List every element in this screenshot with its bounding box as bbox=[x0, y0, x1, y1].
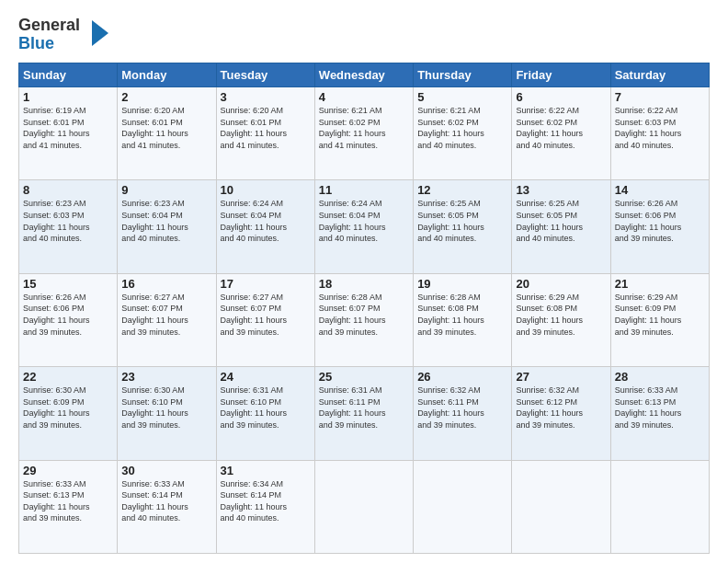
day-cell: 24Sunrise: 6:31 AM Sunset: 6:10 PM Dayli… bbox=[216, 367, 314, 460]
day-number: 30 bbox=[121, 464, 211, 477]
day-number: 5 bbox=[417, 90, 507, 104]
day-info: Sunrise: 6:25 AM Sunset: 6:05 PM Dayligh… bbox=[417, 198, 507, 244]
logo-blue: Blue bbox=[18, 35, 101, 53]
logo-graphic: General Blue bbox=[18, 17, 101, 55]
day-info: Sunrise: 6:32 AM Sunset: 6:12 PM Dayligh… bbox=[516, 385, 606, 431]
weekday-friday: Friday bbox=[512, 63, 610, 87]
header: General Blue bbox=[18, 17, 710, 55]
day-number: 13 bbox=[516, 183, 606, 197]
day-cell: 16Sunrise: 6:27 AM Sunset: 6:07 PM Dayli… bbox=[118, 273, 216, 366]
day-info: Sunrise: 6:31 AM Sunset: 6:11 PM Dayligh… bbox=[319, 385, 409, 431]
day-cell: 4Sunrise: 6:21 AM Sunset: 6:02 PM Daylig… bbox=[314, 87, 413, 180]
weekday-tuesday: Tuesday bbox=[216, 63, 314, 87]
day-cell bbox=[314, 460, 413, 553]
day-info: Sunrise: 6:29 AM Sunset: 6:09 PM Dayligh… bbox=[615, 292, 705, 338]
day-number: 21 bbox=[615, 277, 705, 291]
week-row-2: 8Sunrise: 6:23 AM Sunset: 6:03 PM Daylig… bbox=[19, 180, 710, 273]
day-cell: 31Sunrise: 6:34 AM Sunset: 6:14 PM Dayli… bbox=[216, 460, 314, 553]
day-info: Sunrise: 6:34 AM Sunset: 6:14 PM Dayligh… bbox=[221, 478, 311, 524]
week-row-5: 29Sunrise: 6:33 AM Sunset: 6:13 PM Dayli… bbox=[19, 460, 710, 553]
calendar: SundayMondayTuesdayWednesdayThursdayFrid… bbox=[18, 63, 710, 554]
weekday-wednesday: Wednesday bbox=[314, 63, 413, 87]
day-number: 16 bbox=[121, 277, 211, 291]
day-info: Sunrise: 6:21 AM Sunset: 6:02 PM Dayligh… bbox=[417, 105, 507, 151]
day-number: 31 bbox=[221, 464, 311, 477]
day-number: 2 bbox=[121, 90, 211, 104]
day-cell: 12Sunrise: 6:25 AM Sunset: 6:05 PM Dayli… bbox=[414, 180, 512, 273]
logo: General Blue bbox=[18, 17, 101, 55]
day-cell: 14Sunrise: 6:26 AM Sunset: 6:06 PM Dayli… bbox=[610, 180, 709, 273]
day-info: Sunrise: 6:33 AM Sunset: 6:13 PM Dayligh… bbox=[23, 478, 113, 524]
day-number: 4 bbox=[319, 90, 409, 104]
day-cell: 6Sunrise: 6:22 AM Sunset: 6:02 PM Daylig… bbox=[512, 87, 610, 180]
day-info: Sunrise: 6:33 AM Sunset: 6:14 PM Dayligh… bbox=[121, 478, 211, 524]
day-info: Sunrise: 6:26 AM Sunset: 6:06 PM Dayligh… bbox=[615, 198, 705, 244]
day-info: Sunrise: 6:21 AM Sunset: 6:02 PM Dayligh… bbox=[319, 105, 409, 151]
day-cell: 28Sunrise: 6:33 AM Sunset: 6:13 PM Dayli… bbox=[610, 367, 709, 460]
day-cell: 30Sunrise: 6:33 AM Sunset: 6:14 PM Dayli… bbox=[118, 460, 216, 553]
weekday-saturday: Saturday bbox=[610, 63, 709, 87]
day-number: 27 bbox=[516, 370, 606, 384]
day-info: Sunrise: 6:23 AM Sunset: 6:04 PM Dayligh… bbox=[121, 198, 211, 244]
day-cell: 11Sunrise: 6:24 AM Sunset: 6:04 PM Dayli… bbox=[314, 180, 413, 273]
day-cell: 21Sunrise: 6:29 AM Sunset: 6:09 PM Dayli… bbox=[610, 273, 709, 366]
day-number: 15 bbox=[23, 277, 113, 291]
day-cell: 7Sunrise: 6:22 AM Sunset: 6:03 PM Daylig… bbox=[610, 87, 709, 180]
day-cell: 10Sunrise: 6:24 AM Sunset: 6:04 PM Dayli… bbox=[216, 180, 314, 273]
day-number: 18 bbox=[319, 277, 409, 291]
day-number: 10 bbox=[221, 183, 311, 197]
day-number: 25 bbox=[319, 370, 409, 384]
logo-arrow-icon bbox=[92, 20, 108, 46]
day-info: Sunrise: 6:20 AM Sunset: 6:01 PM Dayligh… bbox=[121, 105, 211, 151]
day-number: 9 bbox=[121, 183, 211, 197]
week-row-4: 22Sunrise: 6:30 AM Sunset: 6:09 PM Dayli… bbox=[19, 367, 710, 460]
day-info: Sunrise: 6:26 AM Sunset: 6:06 PM Dayligh… bbox=[23, 292, 113, 338]
logo-general: General bbox=[18, 17, 101, 35]
day-info: Sunrise: 6:28 AM Sunset: 6:07 PM Dayligh… bbox=[319, 292, 409, 338]
day-cell: 2Sunrise: 6:20 AM Sunset: 6:01 PM Daylig… bbox=[118, 87, 216, 180]
day-info: Sunrise: 6:31 AM Sunset: 6:10 PM Dayligh… bbox=[221, 385, 311, 431]
day-info: Sunrise: 6:32 AM Sunset: 6:11 PM Dayligh… bbox=[417, 385, 507, 431]
day-info: Sunrise: 6:27 AM Sunset: 6:07 PM Dayligh… bbox=[121, 292, 211, 338]
weekday-sunday: Sunday bbox=[19, 63, 118, 87]
day-number: 14 bbox=[615, 183, 705, 197]
day-info: Sunrise: 6:22 AM Sunset: 6:02 PM Dayligh… bbox=[516, 105, 606, 151]
day-cell: 25Sunrise: 6:31 AM Sunset: 6:11 PM Dayli… bbox=[314, 367, 413, 460]
day-number: 22 bbox=[23, 370, 113, 384]
weekday-header-row: SundayMondayTuesdayWednesdayThursdayFrid… bbox=[19, 63, 710, 87]
day-number: 1 bbox=[23, 90, 113, 104]
svg-marker-0 bbox=[92, 20, 108, 46]
day-cell bbox=[414, 460, 512, 553]
day-info: Sunrise: 6:22 AM Sunset: 6:03 PM Dayligh… bbox=[615, 105, 705, 151]
day-info: Sunrise: 6:25 AM Sunset: 6:05 PM Dayligh… bbox=[516, 198, 606, 244]
day-number: 3 bbox=[221, 90, 311, 104]
day-cell: 22Sunrise: 6:30 AM Sunset: 6:09 PM Dayli… bbox=[19, 367, 118, 460]
day-number: 28 bbox=[615, 370, 705, 384]
day-number: 26 bbox=[417, 370, 507, 384]
day-number: 19 bbox=[417, 277, 507, 291]
day-info: Sunrise: 6:27 AM Sunset: 6:07 PM Dayligh… bbox=[221, 292, 311, 338]
day-info: Sunrise: 6:28 AM Sunset: 6:08 PM Dayligh… bbox=[417, 292, 507, 338]
day-info: Sunrise: 6:24 AM Sunset: 6:04 PM Dayligh… bbox=[221, 198, 311, 244]
day-number: 17 bbox=[221, 277, 311, 291]
logo-container: General Blue bbox=[18, 17, 101, 55]
day-info: Sunrise: 6:24 AM Sunset: 6:04 PM Dayligh… bbox=[319, 198, 409, 244]
day-number: 6 bbox=[516, 90, 606, 104]
week-row-3: 15Sunrise: 6:26 AM Sunset: 6:06 PM Dayli… bbox=[19, 273, 710, 366]
day-info: Sunrise: 6:30 AM Sunset: 6:09 PM Dayligh… bbox=[23, 385, 113, 431]
day-number: 7 bbox=[615, 90, 705, 104]
day-number: 12 bbox=[417, 183, 507, 197]
day-number: 24 bbox=[221, 370, 311, 384]
day-number: 20 bbox=[516, 277, 606, 291]
day-number: 29 bbox=[23, 464, 113, 477]
day-info: Sunrise: 6:29 AM Sunset: 6:08 PM Dayligh… bbox=[516, 292, 606, 338]
day-cell: 8Sunrise: 6:23 AM Sunset: 6:03 PM Daylig… bbox=[19, 180, 118, 273]
day-cell: 5Sunrise: 6:21 AM Sunset: 6:02 PM Daylig… bbox=[414, 87, 512, 180]
day-cell: 20Sunrise: 6:29 AM Sunset: 6:08 PM Dayli… bbox=[512, 273, 610, 366]
day-cell: 1Sunrise: 6:19 AM Sunset: 6:01 PM Daylig… bbox=[19, 87, 118, 180]
day-cell: 13Sunrise: 6:25 AM Sunset: 6:05 PM Dayli… bbox=[512, 180, 610, 273]
week-row-1: 1Sunrise: 6:19 AM Sunset: 6:01 PM Daylig… bbox=[19, 87, 710, 180]
day-cell: 27Sunrise: 6:32 AM Sunset: 6:12 PM Dayli… bbox=[512, 367, 610, 460]
day-cell: 3Sunrise: 6:20 AM Sunset: 6:01 PM Daylig… bbox=[216, 87, 314, 180]
day-number: 23 bbox=[121, 370, 211, 384]
